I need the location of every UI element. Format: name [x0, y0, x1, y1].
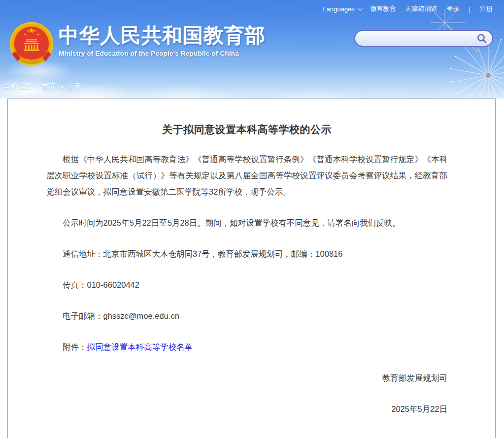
- search-input[interactable]: [362, 31, 476, 46]
- notice-paragraph-basis: 根据《中华人民共和国高等教育法》《普通高等学校设置暂行条例》《普通本科学校设置暂…: [46, 151, 447, 200]
- svg-text:★: ★: [34, 29, 36, 33]
- notice-panel: 关于拟同意设置本科高等学校的公示 根据《中华人民共和国高等教育法》《普通高等学校…: [7, 99, 496, 438]
- breadcrumb-current[interactable]: 公示: [67, 82, 81, 91]
- notice-paragraph-email: 电子邮箱：ghsszc@moe.edu.cn: [46, 308, 447, 324]
- brand-text: 中华人民共和国教育部 Ministry of Education of the …: [59, 25, 266, 57]
- breadcrumb: 当前位置： 首页 > 公示: [4, 82, 81, 91]
- nav-weiyan-jiaoyu[interactable]: 微言教育: [370, 4, 396, 13]
- breadcrumb-prefix: 当前位置：: [4, 82, 37, 91]
- notice-attachment-line: 附件：拟同意设置本科高等学校名单: [46, 339, 447, 355]
- search-icon[interactable]: [476, 33, 487, 44]
- notice-paragraph-address: 通信地址：北京市西城区大木仓胡同37号，教育部发展规划司，邮编：100816: [46, 246, 447, 262]
- languages-menu[interactable]: Languages: [323, 5, 361, 13]
- register-link[interactable]: 注册: [480, 4, 493, 13]
- notice-date: 2025年5月22日: [46, 401, 447, 417]
- utility-nav: Languages 微言教育 无障碍浏览 登录 | 注册: [323, 4, 493, 13]
- attachment-link[interactable]: 拟同意设置本科高等学校名单: [87, 342, 193, 351]
- notice-signature: 教育部发展规划司: [46, 370, 447, 386]
- notice-article: 关于拟同意设置本科高等学校的公示 根据《中华人民共和国高等教育法》《普通高等学校…: [8, 123, 495, 417]
- login-link[interactable]: 登录: [447, 4, 460, 13]
- svg-text:★: ★: [27, 29, 30, 33]
- china-national-emblem-icon: ★ ★ ★ ★ ★: [8, 21, 55, 67]
- notice-paragraph-fax: 传真：010-66020442: [46, 277, 447, 293]
- nav-accessibility[interactable]: 无障碍浏览: [405, 4, 437, 13]
- svg-text:★: ★: [24, 33, 27, 36]
- attachment-label: 附件：: [63, 342, 87, 351]
- nav-divider: |: [469, 5, 470, 13]
- breadcrumb-home[interactable]: 首页: [42, 82, 55, 91]
- site-title-en: Ministry of Education of the People's Re…: [59, 50, 266, 57]
- dandelion-decoration: [430, 9, 504, 99]
- search-box[interactable]: [354, 30, 493, 47]
- site-title-cn: 中华人民共和国教育部: [59, 25, 266, 47]
- svg-text:★: ★: [36, 33, 39, 36]
- chevron-down-icon: [358, 6, 363, 11]
- notice-paragraph-period: 公示时间为2025年5月22日至5月28日。期间，如对设置学校有不同意见，请署名…: [46, 215, 447, 231]
- breadcrumb-separator: >: [60, 83, 64, 91]
- site-header: Languages 微言教育 无障碍浏览 登录 | 注册 ★ ★ ★ ★ ★: [0, 0, 504, 99]
- languages-label: Languages: [323, 5, 354, 13]
- notice-title: 关于拟同意设置本科高等学校的公示: [46, 123, 447, 136]
- site-brand[interactable]: ★ ★ ★ ★ ★ 中华人民共和国教育部 Ministry of Educati…: [8, 21, 266, 67]
